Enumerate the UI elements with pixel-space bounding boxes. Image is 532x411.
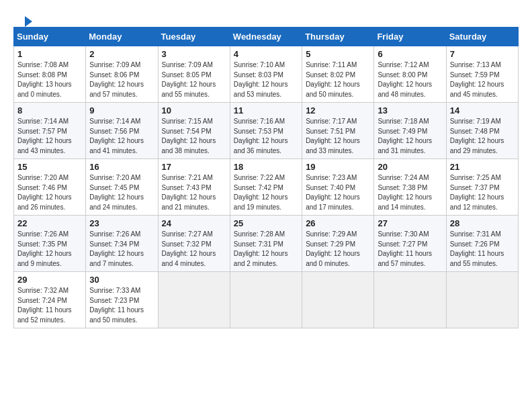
sunset-text: Sunset: 7:48 PM xyxy=(450,128,500,135)
sunset-text: Sunset: 8:02 PM xyxy=(306,71,355,79)
sunrise-text: Sunrise: 7:20 AM xyxy=(17,174,69,181)
calendar-week-row: 15 Sunrise: 7:20 AM Sunset: 7:46 PM Dayl… xyxy=(14,159,519,216)
daylight-text: Daylight: 12 hours and 38 minutes. xyxy=(162,137,216,154)
sunset-text: Sunset: 7:57 PM xyxy=(17,128,67,135)
day-info: Sunrise: 7:23 AM Sunset: 7:40 PM Dayligh… xyxy=(306,173,370,212)
daylight-text: Daylight: 12 hours and 4 minutes. xyxy=(162,250,216,267)
sunrise-text: Sunrise: 7:31 AM xyxy=(450,230,501,238)
daylight-text: Daylight: 11 hours and 52 minutes. xyxy=(17,306,72,324)
day-info: Sunrise: 7:15 AM Sunset: 7:54 PM Dayligh… xyxy=(162,117,226,156)
daylight-text: Daylight: 12 hours and 36 minutes. xyxy=(234,137,288,154)
calendar-cell: 4 Sunrise: 7:10 AM Sunset: 8:03 PM Dayli… xyxy=(230,46,302,103)
daylight-text: Daylight: 12 hours and 48 minutes. xyxy=(378,81,432,98)
day-info: Sunrise: 7:26 AM Sunset: 7:35 PM Dayligh… xyxy=(17,230,82,269)
day-number: 28 xyxy=(450,218,515,228)
sunset-text: Sunset: 7:34 PM xyxy=(89,240,139,248)
daylight-text: Daylight: 12 hours and 12 minutes. xyxy=(450,193,504,211)
sunrise-text: Sunrise: 7:14 AM xyxy=(17,118,69,125)
daylight-text: Daylight: 12 hours and 17 minutes. xyxy=(306,193,360,211)
sunset-text: Sunset: 7:51 PM xyxy=(306,128,355,135)
day-number: 10 xyxy=(162,105,226,116)
sunrise-text: Sunrise: 7:28 AM xyxy=(234,230,285,238)
daylight-text: Daylight: 12 hours and 53 minutes. xyxy=(234,81,288,98)
day-number: 19 xyxy=(306,162,370,172)
calendar-cell: 2 Sunrise: 7:09 AM Sunset: 8:06 PM Dayli… xyxy=(86,46,158,103)
sunrise-text: Sunrise: 7:29 AM xyxy=(306,230,357,238)
day-info: Sunrise: 7:14 AM Sunset: 7:57 PM Dayligh… xyxy=(17,117,82,156)
calendar-cell: 22 Sunrise: 7:26 AM Sunset: 7:35 PM Dayl… xyxy=(14,216,86,272)
day-number: 3 xyxy=(162,49,226,59)
calendar-cell: 13 Sunrise: 7:18 AM Sunset: 7:49 PM Dayl… xyxy=(374,103,446,159)
calendar-cell: 16 Sunrise: 7:20 AM Sunset: 7:45 PM Dayl… xyxy=(86,159,158,216)
calendar-cell: 9 Sunrise: 7:14 AM Sunset: 7:56 PM Dayli… xyxy=(86,103,158,159)
day-info: Sunrise: 7:17 AM Sunset: 7:51 PM Dayligh… xyxy=(306,117,370,156)
day-info: Sunrise: 7:18 AM Sunset: 7:49 PM Dayligh… xyxy=(378,117,442,156)
day-info: Sunrise: 7:09 AM Sunset: 8:05 PM Dayligh… xyxy=(162,60,226,99)
calendar-cell xyxy=(158,272,230,328)
column-header-thursday: Thursday xyxy=(302,28,374,46)
day-number: 17 xyxy=(162,162,226,172)
day-info: Sunrise: 7:11 AM Sunset: 8:02 PM Dayligh… xyxy=(306,60,370,99)
calendar-cell xyxy=(446,272,518,328)
sunrise-text: Sunrise: 7:12 AM xyxy=(378,61,429,68)
day-info: Sunrise: 7:10 AM Sunset: 8:03 PM Dayligh… xyxy=(234,60,298,99)
day-info: Sunrise: 7:22 AM Sunset: 7:42 PM Dayligh… xyxy=(234,173,298,212)
day-info: Sunrise: 7:14 AM Sunset: 7:56 PM Dayligh… xyxy=(89,117,154,156)
day-info: Sunrise: 7:28 AM Sunset: 7:31 PM Dayligh… xyxy=(234,230,298,269)
calendar-cell xyxy=(230,272,302,328)
day-number: 14 xyxy=(450,105,515,116)
sunrise-text: Sunrise: 7:20 AM xyxy=(89,174,140,181)
daylight-text: Daylight: 12 hours and 33 minutes. xyxy=(306,137,360,154)
daylight-text: Daylight: 12 hours and 14 minutes. xyxy=(378,193,432,211)
daylight-text: Daylight: 11 hours and 55 minutes. xyxy=(450,250,504,267)
daylight-text: Daylight: 12 hours and 0 minutes. xyxy=(306,250,360,267)
sunset-text: Sunset: 7:38 PM xyxy=(378,184,427,191)
sunrise-text: Sunrise: 7:21 AM xyxy=(162,174,213,181)
calendar-cell: 5 Sunrise: 7:11 AM Sunset: 8:02 PM Dayli… xyxy=(302,46,374,103)
sunrise-text: Sunrise: 7:19 AM xyxy=(450,118,501,125)
calendar-cell xyxy=(374,272,446,328)
calendar-cell: 17 Sunrise: 7:21 AM Sunset: 7:43 PM Dayl… xyxy=(158,159,230,216)
daylight-text: Daylight: 11 hours and 57 minutes. xyxy=(378,250,432,267)
sunrise-text: Sunrise: 7:11 AM xyxy=(306,61,357,68)
day-info: Sunrise: 7:13 AM Sunset: 7:59 PM Dayligh… xyxy=(450,60,515,99)
day-number: 30 xyxy=(89,275,154,285)
calendar-cell: 18 Sunrise: 7:22 AM Sunset: 7:42 PM Dayl… xyxy=(230,159,302,216)
day-info: Sunrise: 7:21 AM Sunset: 7:43 PM Dayligh… xyxy=(162,173,226,212)
daylight-text: Daylight: 12 hours and 9 minutes. xyxy=(17,250,72,267)
daylight-text: Daylight: 12 hours and 57 minutes. xyxy=(89,81,144,98)
day-info: Sunrise: 7:09 AM Sunset: 8:06 PM Dayligh… xyxy=(89,60,154,99)
calendar-cell: 27 Sunrise: 7:30 AM Sunset: 7:27 PM Dayl… xyxy=(374,216,446,272)
sunrise-text: Sunrise: 7:33 AM xyxy=(89,287,140,294)
day-number: 22 xyxy=(17,218,82,228)
calendar-cell: 11 Sunrise: 7:16 AM Sunset: 7:53 PM Dayl… xyxy=(230,103,302,159)
day-info: Sunrise: 7:30 AM Sunset: 7:27 PM Dayligh… xyxy=(378,230,442,269)
daylight-text: Daylight: 11 hours and 50 minutes. xyxy=(89,306,144,324)
sunset-text: Sunset: 7:37 PM xyxy=(450,184,500,191)
daylight-text: Daylight: 12 hours and 26 minutes. xyxy=(17,193,72,211)
sunrise-text: Sunrise: 7:08 AM xyxy=(17,61,69,68)
daylight-text: Daylight: 12 hours and 50 minutes. xyxy=(306,81,360,98)
column-header-monday: Monday xyxy=(86,28,158,46)
calendar-cell: 12 Sunrise: 7:17 AM Sunset: 7:51 PM Dayl… xyxy=(302,103,374,159)
day-info: Sunrise: 7:24 AM Sunset: 7:38 PM Dayligh… xyxy=(378,173,442,212)
day-info: Sunrise: 7:16 AM Sunset: 7:53 PM Dayligh… xyxy=(234,117,298,156)
calendar-cell: 30 Sunrise: 7:33 AM Sunset: 7:23 PM Dayl… xyxy=(86,272,158,328)
calendar-header-row: SundayMondayTuesdayWednesdayThursdayFrid… xyxy=(14,28,519,46)
column-header-wednesday: Wednesday xyxy=(230,28,302,46)
calendar-cell: 15 Sunrise: 7:20 AM Sunset: 7:46 PM Dayl… xyxy=(14,159,86,216)
sunset-text: Sunset: 8:08 PM xyxy=(17,71,67,79)
sunset-text: Sunset: 8:06 PM xyxy=(89,71,139,79)
sunset-text: Sunset: 7:23 PM xyxy=(89,297,139,304)
daylight-text: Daylight: 12 hours and 55 minutes. xyxy=(162,81,216,98)
sunset-text: Sunset: 7:42 PM xyxy=(234,184,283,191)
sunrise-text: Sunrise: 7:15 AM xyxy=(162,118,213,125)
calendar-cell: 26 Sunrise: 7:29 AM Sunset: 7:29 PM Dayl… xyxy=(302,216,374,272)
sunrise-text: Sunrise: 7:13 AM xyxy=(450,61,501,68)
day-number: 29 xyxy=(17,275,82,285)
calendar-cell: 29 Sunrise: 7:32 AM Sunset: 7:24 PM Dayl… xyxy=(14,272,86,328)
day-info: Sunrise: 7:12 AM Sunset: 8:00 PM Dayligh… xyxy=(378,60,442,99)
day-info: Sunrise: 7:33 AM Sunset: 7:23 PM Dayligh… xyxy=(89,286,154,325)
calendar-cell: 8 Sunrise: 7:14 AM Sunset: 7:57 PM Dayli… xyxy=(14,103,86,159)
day-number: 16 xyxy=(89,162,154,172)
